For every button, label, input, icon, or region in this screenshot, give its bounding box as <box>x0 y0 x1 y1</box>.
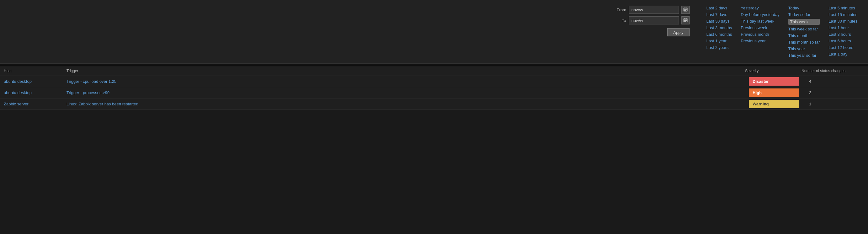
shortcut-last-1-year[interactable]: Last 1 year <box>707 38 732 43</box>
from-calendar-button[interactable] <box>681 6 689 14</box>
to-calendar-button[interactable] <box>681 16 689 25</box>
shortcut-last-12-hours[interactable]: Last 12 hours <box>829 45 857 50</box>
svg-rect-5 <box>685 9 686 10</box>
count-1: 4 <box>805 77 868 86</box>
shortcut-col-1: Last 2 days Last 7 days Last 30 days Las… <box>702 6 737 58</box>
severity-3: Warning <box>749 100 805 108</box>
shortcut-last-2-years[interactable]: Last 2 years <box>707 45 732 50</box>
shortcut-last-6-hours[interactable]: Last 6 hours <box>829 38 857 43</box>
severity-badge-3: Warning <box>749 100 799 108</box>
svg-rect-6 <box>686 9 687 10</box>
from-label: From <box>617 7 626 12</box>
trigger-2[interactable]: Trigger - processes >90 <box>63 88 749 97</box>
svg-rect-7 <box>684 10 685 11</box>
shortcut-this-year[interactable]: This year <box>788 47 820 51</box>
from-row: From <box>617 6 689 14</box>
shortcut-yesterday[interactable]: Yesterday <box>741 6 780 10</box>
host-1[interactable]: ubuntu desktop <box>0 77 63 86</box>
table-row: ubuntu desktop Trigger - processes >90 H… <box>0 87 868 98</box>
shortcut-previous-year[interactable]: Previous year <box>741 38 780 43</box>
trigger-3[interactable]: Linux: Zabbix server has been restarted <box>63 99 749 109</box>
top-panel: From T <box>0 0 868 64</box>
apply-button[interactable]: Apply <box>667 28 689 36</box>
svg-rect-15 <box>686 20 687 21</box>
table-row: Zabbix server Linux: Zabbix server has b… <box>0 98 868 110</box>
date-form: From T <box>617 6 689 36</box>
shortcut-last-3-months[interactable]: Last 3 months <box>707 25 732 30</box>
host-2[interactable]: ubuntu desktop <box>0 88 63 97</box>
shortcut-today-so-far[interactable]: Today so far <box>788 12 820 17</box>
svg-rect-4 <box>684 9 685 10</box>
from-input[interactable] <box>629 6 679 14</box>
shortcut-today[interactable]: Today <box>788 6 820 10</box>
svg-rect-8 <box>685 10 686 11</box>
shortcut-last-30-minutes[interactable]: Last 30 minutes <box>829 19 857 24</box>
calendar-icon-2 <box>683 18 688 23</box>
svg-rect-16 <box>684 21 685 22</box>
shortcut-col-4: Last 5 minutes Last 15 minutes Last 30 m… <box>824 6 862 58</box>
calendar-icon <box>683 7 688 12</box>
shortcut-this-month-so-far[interactable]: This month so far <box>788 40 820 45</box>
to-input[interactable] <box>629 16 679 25</box>
shortcut-col-3: Today Today so far This week This week s… <box>784 6 824 58</box>
shortcut-last-7-days[interactable]: Last 7 days <box>707 12 732 17</box>
col-host: Host <box>4 69 66 73</box>
count-3: 1 <box>805 99 868 109</box>
shortcut-this-week[interactable]: This week <box>788 19 820 25</box>
table-header: Host Trigger Severity Number of status c… <box>0 66 868 76</box>
svg-rect-17 <box>685 21 686 22</box>
table-section: Host Trigger Severity Number of status c… <box>0 66 868 110</box>
date-shortcuts: Last 2 days Last 7 days Last 30 days Las… <box>702 6 862 58</box>
shortcut-this-week-so-far[interactable]: This week so far <box>788 27 820 31</box>
shortcut-previous-month[interactable]: Previous month <box>741 32 780 37</box>
divider <box>0 64 868 66</box>
shortcut-last-1-day[interactable]: Last 1 day <box>829 52 857 56</box>
severity-badge-2: High <box>749 88 799 97</box>
shortcut-last-2-days[interactable]: Last 2 days <box>707 6 732 10</box>
apply-row: Apply <box>617 28 689 36</box>
svg-rect-14 <box>685 20 686 21</box>
shortcut-last-6-months[interactable]: Last 6 months <box>707 32 732 37</box>
col-severity: Severity <box>745 69 802 73</box>
shortcut-last-3-hours[interactable]: Last 3 hours <box>829 32 857 37</box>
shortcut-last-1-hour[interactable]: Last 1 hour <box>829 25 857 30</box>
shortcut-last-15-minutes[interactable]: Last 15 minutes <box>829 12 857 17</box>
table-row: ubuntu desktop Trigger - cpu load over 1… <box>0 76 868 87</box>
shortcut-day-before-yesterday[interactable]: Day before yesterday <box>741 12 780 17</box>
count-2: 2 <box>805 88 868 97</box>
col-count: Number of status changes <box>802 69 864 73</box>
col-trigger: Trigger <box>66 69 745 73</box>
shortcut-this-day-last-week[interactable]: This day last week <box>741 19 780 24</box>
shortcut-last-30-days[interactable]: Last 30 days <box>707 19 732 24</box>
trigger-1[interactable]: Trigger - cpu load over 1.25 <box>63 77 749 86</box>
to-row: To <box>617 16 689 25</box>
shortcut-last-5-minutes[interactable]: Last 5 minutes <box>829 6 857 10</box>
shortcut-this-month[interactable]: This month <box>788 33 820 38</box>
severity-2: High <box>749 88 805 97</box>
to-label: To <box>617 18 626 23</box>
severity-1: Disaster <box>749 77 805 86</box>
host-3[interactable]: Zabbix server <box>0 99 63 109</box>
shortcut-previous-week[interactable]: Previous week <box>741 25 780 30</box>
severity-badge-1: Disaster <box>749 77 799 86</box>
shortcut-col-2: Yesterday Day before yesterday This day … <box>736 6 784 58</box>
svg-rect-13 <box>684 20 685 21</box>
shortcut-this-year-so-far[interactable]: This year so far <box>788 53 820 58</box>
